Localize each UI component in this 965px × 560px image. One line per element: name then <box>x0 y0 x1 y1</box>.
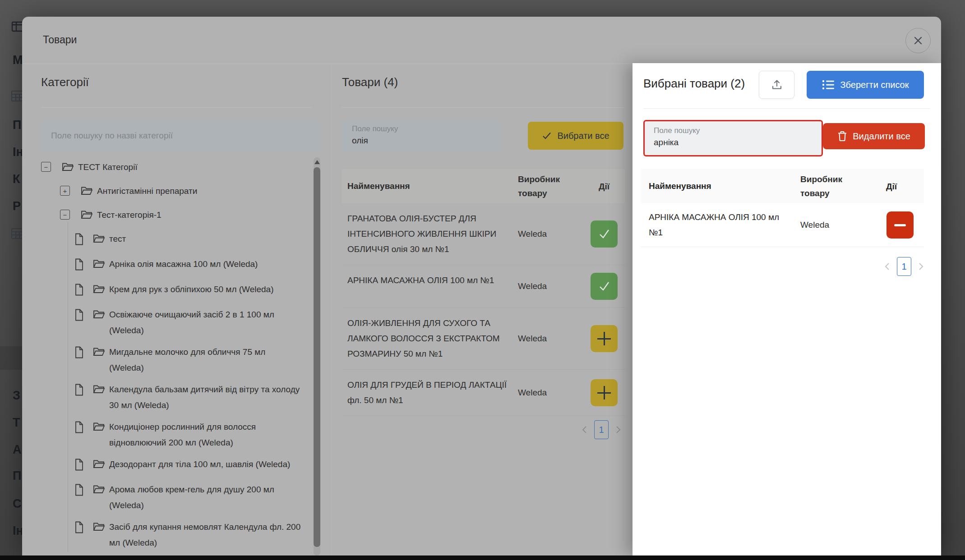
collapse-toggle-icon[interactable]: − <box>60 210 70 220</box>
remove-from-selected-button[interactable] <box>887 211 914 239</box>
category-label: Крем для рук з обліпихою 50 мл (Weleda) <box>109 281 273 297</box>
file-icon <box>74 421 84 438</box>
selected-product-row: АРНІКА МАСАЖНА ОЛІЯ 100 мл №1 Weleda <box>641 203 924 247</box>
category-label: тест <box>109 231 126 247</box>
tree-item-leaf[interactable]: Дезодорант для тіла 100 мл, шавлія (Wele… <box>74 456 321 476</box>
background-nav-item: З <box>13 389 20 403</box>
category-label: Засіб для купання немовлят Календула фл.… <box>109 519 301 551</box>
tree-item-category[interactable]: + Антигістамінні препарати <box>60 183 321 201</box>
tree-item-leaf[interactable]: Арніка олія масажна 100 мл (Weleda) <box>74 256 321 275</box>
close-button[interactable] <box>905 28 931 53</box>
product-name: АРНІКА МАСАЖНА ОЛІЯ 100 мл №1 <box>649 210 784 240</box>
file-icon <box>74 521 84 538</box>
plus-icon <box>597 386 611 399</box>
product-manufacturer: Weleda <box>800 220 873 230</box>
page-number-button[interactable]: 1 <box>594 420 609 439</box>
tree-scrollbar-thumb[interactable] <box>314 167 320 547</box>
tree-item-leaf[interactable]: Засіб для купання немовлят Календула фл.… <box>74 519 321 551</box>
check-icon <box>597 280 611 293</box>
selected-products-heading: Вибрані товари (2) <box>643 77 745 91</box>
previous-page-icon[interactable] <box>582 425 588 434</box>
tree-item-leaf[interactable]: Крем для рук з обліпихою 50 мл (Weleda) <box>74 281 321 301</box>
product-manufacturer: Weleda <box>518 388 590 398</box>
plus-icon <box>597 332 611 345</box>
next-page-icon[interactable] <box>615 425 621 434</box>
upload-icon <box>771 78 783 91</box>
folder-open-icon <box>93 521 105 537</box>
product-name: ГРАНАТОВА ОЛІЯ-БУСТЕР ДЛЯ ІНТЕНСИВНОГО Ж… <box>347 211 510 257</box>
tree-item-leaf[interactable]: Мигдальне молочко для обличчя 75 мл (Wel… <box>74 344 321 376</box>
category-label: Мигдальне молочко для обличчя 75 мл (Wel… <box>109 344 301 376</box>
product-row: ОЛІЯ-ЖИВЛЕННЯ ДЛЯ СУХОГО ТА ЛАМКОГО ВОЛО… <box>342 308 625 370</box>
export-button[interactable] <box>759 71 794 99</box>
add-product-button[interactable] <box>591 379 618 406</box>
file-icon <box>74 309 84 326</box>
background-nav-item: Р <box>13 199 21 213</box>
category-search-input[interactable]: Поле пошуку по назві категорії <box>41 120 321 151</box>
folder-open-icon <box>93 233 105 249</box>
column-header-manufacturer: Виробник товару <box>518 172 590 200</box>
previous-page-icon[interactable] <box>884 262 891 271</box>
products-modal: Товари Категорії Поле пошуку по назві ка… <box>22 17 941 555</box>
category-label: Арома любов крем-гель для душу 200 мл (W… <box>109 482 301 513</box>
file-icon <box>74 346 84 363</box>
collapse-toggle-icon[interactable]: − <box>41 162 51 172</box>
file-icon <box>74 384 84 401</box>
column-header-manufacturer: Виробник товару <box>800 172 873 200</box>
file-icon <box>74 233 84 250</box>
tree-item-root[interactable]: − ТЕСТ Категорії <box>41 159 321 177</box>
folder-open-icon <box>93 346 105 362</box>
tree-item-leaf[interactable]: тест <box>74 231 321 250</box>
category-label: ТЕСТ Категорії <box>78 159 138 175</box>
divider <box>342 107 625 108</box>
folder-open-icon <box>81 209 93 225</box>
add-product-button[interactable] <box>591 325 618 352</box>
folder-open-icon <box>93 421 105 437</box>
product-selected-button[interactable] <box>591 273 618 300</box>
product-row: ОЛІЯ ДЛЯ ГРУДЕЙ В ПЕРІОД ЛАКТАЦІЇ фл. 50… <box>342 370 625 416</box>
tree-item-leaf[interactable]: Календула бальзам дитячий від вітру та х… <box>74 381 321 413</box>
save-list-button[interactable]: Зберегти список <box>807 71 924 99</box>
select-all-button[interactable]: Вибрати все <box>528 122 623 150</box>
product-name: АРНІКА МАСАЖНА ОЛІЯ 100 мл №1 <box>347 273 510 300</box>
category-label: Календула бальзам дитячий від вітру та х… <box>109 381 301 413</box>
products-pagination: 1 <box>541 420 621 439</box>
check-icon <box>597 227 611 241</box>
category-tree: − ТЕСТ Категорії + Антигістамінні препар… <box>41 159 321 551</box>
bottom-bar <box>0 555 965 560</box>
tree-item-leaf[interactable]: Освіжаюче очищаючий засіб 2 в 1 100 мл (… <box>74 307 321 338</box>
background-nav-highlight <box>0 346 22 370</box>
folder-open-icon <box>93 459 105 474</box>
products-heading: Товари (4) <box>342 75 398 89</box>
expand-toggle-icon[interactable]: + <box>60 186 70 196</box>
scrollbar-up-arrow-icon[interactable] <box>314 160 320 164</box>
folder-open-icon <box>93 258 105 274</box>
tree-item-leaf[interactable]: Арома любов крем-гель для душу 200 мл (W… <box>74 482 321 513</box>
products-search-input[interactable]: Поле пошуку олія <box>342 120 501 152</box>
selected-search-input[interactable]: Поле пошуку арніка <box>643 120 823 156</box>
delete-all-button[interactable]: Видалити все <box>823 123 925 149</box>
delete-all-label: Видалити все <box>853 131 910 142</box>
product-row: АРНІКА МАСАЖНА ОЛІЯ 100 мл №1 Weleda <box>342 265 625 308</box>
products-table: Найменування Виробник товару Дії ГРАНАТО… <box>342 169 625 416</box>
tree-item-leaf[interactable]: Кондиціонер рослинний для волосся віднов… <box>74 419 321 450</box>
background-nav-item: П <box>13 118 21 132</box>
tree-item-category[interactable]: − Тест-категорія-1 <box>60 207 321 225</box>
list-icon <box>822 79 835 90</box>
modal-header: Товари <box>22 17 941 64</box>
divider <box>41 107 312 108</box>
file-icon <box>74 459 84 476</box>
folder-open-icon <box>93 284 105 299</box>
table-icon <box>11 228 23 241</box>
check-icon <box>542 131 552 140</box>
product-selected-button[interactable] <box>591 220 618 248</box>
search-value: арніка <box>654 136 822 149</box>
search-label: Поле пошуку <box>352 124 501 134</box>
folder-open-icon <box>93 384 105 399</box>
next-page-icon[interactable] <box>918 262 924 271</box>
trash-icon <box>837 131 847 142</box>
page-number-button[interactable]: 1 <box>897 257 911 276</box>
category-label: Арніка олія масажна 100 мл (Weleda) <box>109 256 258 272</box>
minus-icon <box>894 224 906 226</box>
file-icon <box>74 258 84 275</box>
